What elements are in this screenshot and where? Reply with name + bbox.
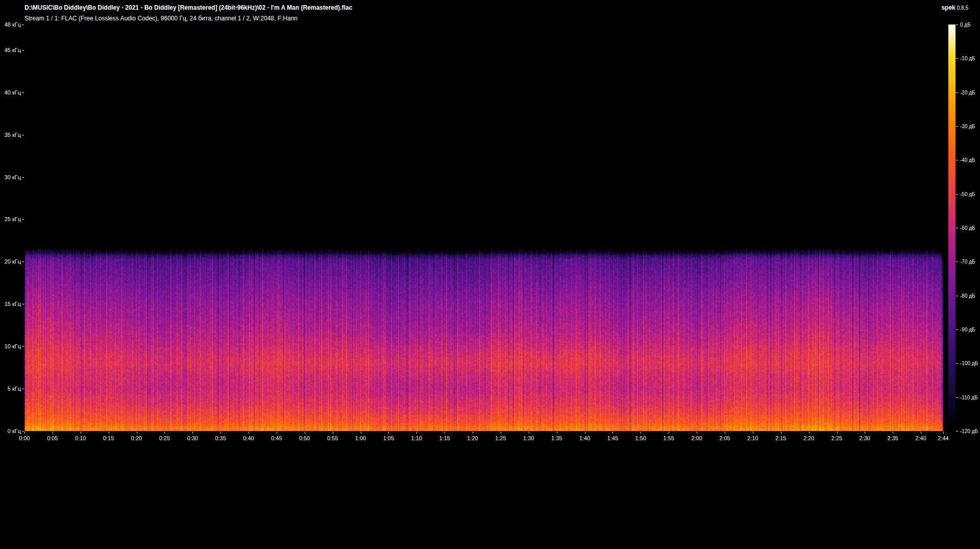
- freq-tick: [22, 346, 24, 347]
- db-tick: [956, 329, 958, 330]
- time-tick-label: 2:25: [826, 435, 848, 441]
- freq-tick-label: 15 кГц: [0, 301, 21, 307]
- freq-tick-label: 0 кГц: [0, 428, 21, 434]
- freq-tick: [22, 261, 24, 262]
- time-tick-label: 1:15: [433, 435, 456, 441]
- db-tick: [956, 261, 958, 262]
- db-tick: [956, 228, 958, 228]
- db-tick: [956, 363, 958, 364]
- time-tick: [501, 432, 501, 434]
- time-tick: [529, 432, 529, 434]
- time-tick: [416, 432, 417, 434]
- time-tick-label: 0:00: [13, 435, 36, 441]
- time-tick: [333, 432, 333, 434]
- time-tick: [277, 432, 277, 434]
- db-tick-label: -60 дБ: [960, 225, 975, 231]
- time-tick: [164, 432, 165, 434]
- time-tick: [943, 432, 944, 434]
- file-path-title: D:\MUSIC\Bo Diddley\Bo Diddley - 2021 - …: [24, 4, 352, 11]
- app-name: spek: [941, 4, 955, 11]
- time-tick: [809, 432, 810, 434]
- db-tick: [956, 194, 958, 195]
- db-tick-label: -70 дБ: [960, 259, 975, 265]
- time-tick-label: 1:00: [350, 435, 372, 441]
- db-tick-label: -40 дБ: [960, 157, 975, 163]
- freq-tick: [22, 219, 24, 220]
- freq-tick-label: 35 кГц: [0, 132, 21, 138]
- freq-tick: [22, 431, 24, 432]
- time-tick-label: 0:55: [322, 435, 344, 441]
- time-tick: [557, 432, 557, 434]
- time-tick-label: 0:45: [265, 435, 288, 441]
- time-tick-label: 0:25: [153, 435, 176, 441]
- db-tick: [956, 25, 958, 25]
- freq-tick: [22, 25, 24, 25]
- db-tick: [956, 58, 958, 59]
- freq-tick: [22, 304, 24, 304]
- time-tick-label: 0:35: [209, 435, 232, 441]
- freq-tick-label: 10 кГц: [0, 343, 21, 349]
- time-tick: [641, 432, 641, 434]
- db-tick-label: -80 дБ: [960, 293, 975, 299]
- time-tick-label: 0:40: [237, 435, 260, 441]
- freq-tick-label: 20 кГц: [0, 258, 21, 265]
- time-tick-label: 1:10: [405, 435, 428, 441]
- time-tick: [24, 432, 25, 434]
- freq-tick: [22, 135, 24, 135]
- time-tick: [781, 432, 781, 434]
- db-tick-label: -10 дБ: [960, 56, 975, 61]
- db-tick: [956, 431, 958, 432]
- time-tick: [921, 432, 921, 434]
- time-tick-label: 0:15: [97, 435, 120, 441]
- time-tick-label: 0:05: [41, 435, 64, 441]
- time-tick: [445, 432, 445, 434]
- time-tick-label: 2:15: [770, 435, 792, 441]
- freq-tick: [22, 389, 24, 389]
- time-tick-label: 0:20: [126, 435, 148, 441]
- time-tick: [753, 432, 753, 434]
- time-tick: [220, 432, 221, 434]
- freq-tick: [22, 92, 24, 93]
- time-tick: [81, 432, 81, 434]
- db-tick: [956, 296, 958, 296]
- time-tick-label: 2:40: [910, 435, 932, 441]
- db-tick: [956, 126, 958, 127]
- time-tick-label: 2:35: [881, 435, 904, 441]
- time-tick: [361, 432, 361, 434]
- time-tick-label: 0:30: [181, 435, 204, 441]
- time-tick: [697, 432, 697, 434]
- time-tick: [612, 432, 613, 434]
- freq-tick-label: 45 кГц: [0, 47, 21, 53]
- db-tick: [956, 92, 958, 93]
- time-tick-label: 1:20: [461, 435, 484, 441]
- time-tick-label: 1:05: [377, 435, 400, 441]
- stream-info-text: Stream 1 / 1: FLAC (Free Lossless Audio …: [24, 15, 298, 22]
- time-tick-label: 2:30: [853, 435, 876, 441]
- time-tick: [669, 432, 669, 434]
- time-tick-label: 0:10: [69, 435, 92, 441]
- db-tick-label: -50 дБ: [960, 192, 975, 197]
- db-tick-label: -120 дБ: [960, 428, 978, 434]
- time-tick: [137, 432, 137, 434]
- time-tick-label: 2:44: [932, 435, 954, 441]
- time-tick: [109, 432, 109, 434]
- time-tick-label: 1:25: [489, 435, 512, 441]
- time-tick-label: 1:35: [546, 435, 568, 441]
- app-brand: spek0.8.5: [941, 4, 968, 11]
- db-tick: [956, 397, 958, 398]
- freq-tick-label: 30 кГц: [0, 174, 21, 180]
- time-tick: [893, 432, 893, 434]
- time-tick-label: 2:00: [685, 435, 708, 441]
- time-tick: [53, 432, 53, 434]
- time-tick-label: 1:45: [601, 435, 624, 441]
- db-tick-label: -90 дБ: [960, 327, 975, 332]
- db-tick-label: 0 дБ: [960, 22, 971, 28]
- time-tick-label: 2:05: [714, 435, 736, 441]
- time-tick: [585, 432, 585, 434]
- spectrogram-canvas: [24, 25, 943, 431]
- db-tick: [956, 160, 958, 160]
- app-version: 0.8.5: [957, 5, 968, 11]
- freq-tick: [22, 50, 24, 51]
- db-tick-label: -110 дБ: [960, 395, 977, 400]
- time-tick-label: 0:50: [293, 435, 316, 441]
